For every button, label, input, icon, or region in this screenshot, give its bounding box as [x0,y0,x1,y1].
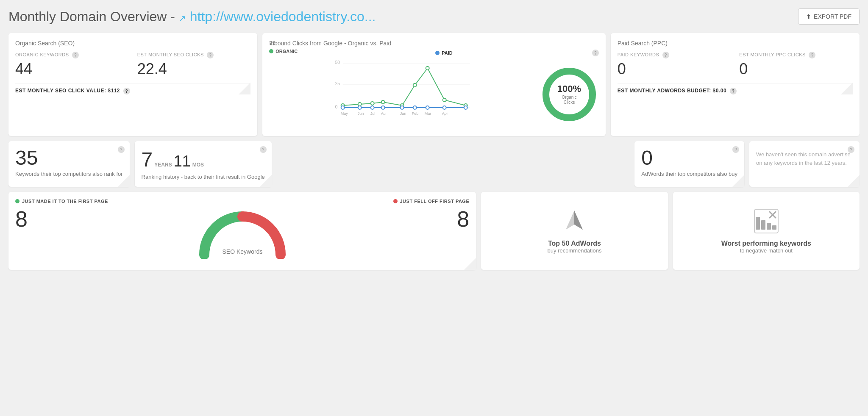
first-page-header: JUST MADE IT TO THE FIRST PAGE JUST FELL… [15,199,469,204]
export-pdf-button[interactable]: ⬆ EXPORT PDF [798,8,860,25]
red-dot [393,199,398,203]
export-label: EXPORT PDF [814,13,851,20]
no-advertise-card: ? We haven't seen this domain advertise … [749,141,860,187]
chart-legend: ORGANIC [269,49,298,54]
stats-row: ? 35 Keywords their top competitors also… [8,141,860,187]
ec-label-text: EST MONTHLY SEO CLICKS [137,52,204,57]
chart-card: 75 ORGANIC PAID ? 50 25 0 [262,33,605,136]
stat-adwords-number: 0 [641,148,737,168]
organic-keywords-value: 44 [15,60,129,78]
svg-rect-42 [772,225,776,230]
domain-link[interactable]: http://www.oviedodentistry.co... [190,9,376,24]
svg-point-12 [426,67,429,70]
svg-point-15 [341,106,345,109]
est-adwords-label: EST MONTHLY ADWORDS BUDGET: [618,88,711,94]
chart-help[interactable]: ? [592,50,599,56]
est-clicks-block: EST MONTHLY SEO CLICKS ? 22.4 [137,52,251,78]
bottom-row: JUST MADE IT TO THE FIRST PAGE JUST FELL… [8,192,860,270]
mos-label: MOS [192,162,204,168]
est-clicks-help[interactable]: ? [207,52,214,58]
svg-point-9 [381,100,385,104]
corner-triangle-years [260,175,272,187]
est-adwords-value: $0.00 [713,88,727,94]
adwords-icon [562,208,587,236]
seo-metrics: ORGANIC KEYWORDS ? 44 EST MONTHLY SEO CL… [15,52,250,78]
svg-text:0: 0 [335,105,338,109]
svg-point-18 [381,106,385,109]
adwords-rec-title: Top 50 AdWords [548,240,601,247]
chart-title-text: Inbound Clicks from Google - Organic vs.… [269,40,391,47]
paid-keywords-block: PAID KEYWORDS ? 0 [618,52,731,78]
organic-keywords-label: ORGANIC KEYWORDS ? [15,52,129,58]
svg-rect-39 [756,217,760,230]
stat-adwords-card: ? 0 AdWords their top competitors also b… [634,141,744,187]
corner-triangle-fp [464,258,476,270]
est-clicks-value: 22.4 [137,60,251,78]
made-it-text: JUST MADE IT TO THE FIRST PAGE [22,199,108,204]
gauge-chart: SEO Keywords [196,208,289,259]
est-ppc-clicks-value: 0 [739,60,853,78]
organic-dot [269,49,273,53]
est-value: $112 [108,88,120,94]
est-ppc-clicks-help[interactable]: ? [809,52,815,58]
paid-legend: PAID [435,50,452,55]
ppc-metrics: PAID KEYWORDS ? 0 EST MONTHLY PPC CLICKS… [618,52,853,78]
made-it-value: 8 [15,208,28,230]
fp-numbers: 8 SEO Keywords 8 [15,208,469,259]
est-clicks-label: EST MONTHLY SEO CLICKS ? [137,52,251,58]
svg-text:SEO Keywords: SEO Keywords [222,248,262,255]
est-adwords-help[interactable]: ? [730,88,737,94]
adwords-rec-card[interactable]: Top 50 AdWords buy recommendations [481,192,668,270]
title-text: Monthly Domain Overview - [8,9,179,24]
seo-card-title: Organic Search (SEO) [15,40,250,47]
organic-legend: ORGANIC [269,49,298,54]
organic-keywords-help[interactable]: ? [72,52,79,58]
svg-point-20 [413,106,417,109]
svg-text:Jan: Jan [400,111,406,116]
est-value-label: EST MONTHLY SEO CLICK VALUE: [15,88,106,94]
svg-point-23 [464,106,467,109]
row-1: Organic Search (SEO) ORGANIC KEYWORDS ? … [8,33,860,136]
stat-adwords-help[interactable]: ? [732,146,739,153]
svg-text:Jun: Jun [358,111,364,116]
ppc-title-text: Paid Search (PPC) [618,40,668,47]
corner-triangle-no-ad [848,175,860,187]
donut-percent: 100% [557,83,581,94]
first-page-card: JUST MADE IT TO THE FIRST PAGE JUST FELL… [8,192,476,270]
corner-triangle-adwords [732,175,744,187]
paid-dot [435,51,440,55]
external-link-icon: ↗ [179,14,186,23]
worst-kw-svg-icon [754,208,779,234]
organic-legend-label: ORGANIC [275,49,298,54]
donut-chart: 100% Organic Clicks [540,65,599,124]
svg-text:Organic: Organic [562,95,576,100]
stat-years-help[interactable]: ? [260,146,267,153]
stat-35-help[interactable]: ? [118,146,125,153]
svg-point-33 [546,71,593,118]
seo-footer: EST MONTHLY SEO CLICK VALUE: $112 ? [15,83,250,94]
page-header: Monthly Domain Overview - ↗ http://www.o… [8,8,860,25]
corner-triangle-35 [118,175,130,187]
worst-kw-sub: to negative match out [740,247,793,254]
ppc-card-title: Paid Search (PPC) [618,40,853,47]
corner-triangle [239,83,250,94]
svg-text:Mar: Mar [425,111,431,116]
svg-text:Clicks: Clicks [563,100,575,105]
mos-number: 11 [174,153,191,170]
fell-off-label: JUST FELL OFF FIRST PAGE [393,199,470,204]
organic-keywords-block: ORGANIC KEYWORDS ? 44 [15,52,129,78]
svg-point-22 [443,106,446,109]
svg-point-8 [371,102,374,105]
ok-label-text: ORGANIC KEYWORDS [15,52,69,57]
worst-kw-card[interactable]: Worst performing keywords to negative ma… [673,192,860,270]
est-value-help[interactable]: ? [123,88,130,94]
est-ppc-clicks-block: EST MONTHLY PPC CLICKS ? 0 [739,52,853,78]
worst-kw-title: Worst performing keywords [721,240,811,247]
epc-label-text: EST MONTHLY PPC CLICKS [739,52,805,57]
pk-label-text: PAID KEYWORDS [618,52,659,57]
no-ad-help[interactable]: ? [848,146,854,153]
paid-keywords-value: 0 [618,60,731,78]
paid-keywords-help[interactable]: ? [662,52,669,58]
worst-kw-icon [754,208,779,236]
svg-text:Feb: Feb [412,111,419,116]
